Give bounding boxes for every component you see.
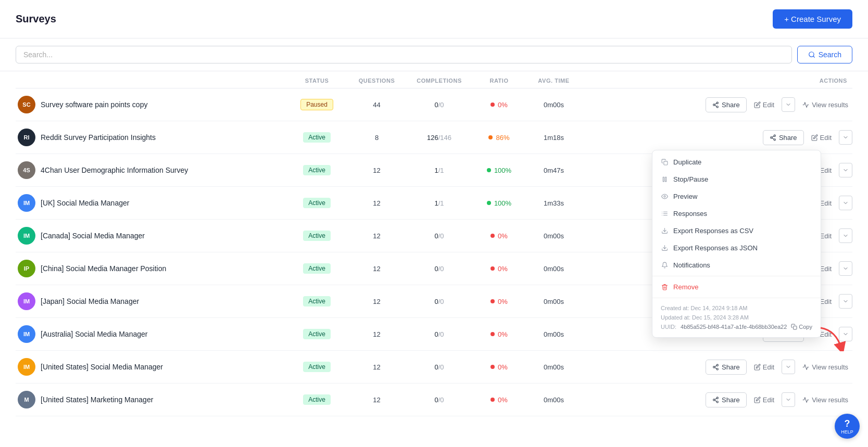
edit-button[interactable]: Edit	[807, 131, 836, 145]
ratio-pct: 86%	[496, 134, 509, 142]
svg-line-5	[715, 105, 717, 106]
search-button[interactable]: Search	[797, 46, 852, 63]
col-questions: QUESTIONS	[348, 78, 406, 84]
survey-name-cell: IM [UK] Social Media Manager	[16, 194, 286, 212]
questions-cell: 12	[348, 330, 406, 338]
ratio-pct: 100%	[494, 167, 511, 174]
export-icon	[661, 227, 668, 234]
questions-cell: 12	[348, 363, 406, 371]
actions-cell: Share Edit View results	[583, 392, 853, 407]
survey-name: 4Chan User Demographic Information Surve…	[41, 166, 188, 174]
edit-button[interactable]: Edit	[750, 360, 778, 374]
ratio-pct: 0%	[498, 232, 508, 240]
copy-button[interactable]: Copy	[791, 324, 812, 330]
status-cell: Active	[286, 362, 348, 372]
dropdown-item-duplicate[interactable]: Duplicate	[652, 154, 821, 171]
share-button[interactable]: Share	[706, 392, 747, 407]
questions-cell: 12	[348, 265, 406, 273]
dropdown-chevron-button[interactable]	[782, 392, 795, 407]
survey-name: [United States] Social Media Manager	[41, 363, 163, 371]
dropdown-item-remove[interactable]: Remove	[652, 278, 821, 296]
dropdown-item-export-responses-as-json[interactable]: Export Responses as JSON	[652, 239, 821, 257]
dropdown-chevron-button[interactable]	[839, 130, 852, 145]
survey-name-cell: IM [Australia] Social Media Manager	[16, 325, 286, 343]
ratio-cell: 100%	[473, 199, 525, 207]
survey-name: [UK] Social Media Manager	[41, 199, 129, 207]
pause-icon	[661, 176, 668, 183]
dropdown-item-preview[interactable]: Preview	[652, 188, 821, 205]
share-button[interactable]: Share	[706, 360, 747, 375]
avgtime-cell: 0m00s	[525, 298, 583, 305]
survey-name-cell: IM [Japan] Social Media Manager	[16, 292, 286, 310]
ratio-dot	[490, 266, 495, 271]
view-results-button[interactable]: View results	[798, 98, 852, 112]
dropdown-chevron-button[interactable]	[839, 294, 852, 309]
status-cell: Active	[286, 165, 348, 175]
completions-cell: 0/0	[406, 363, 473, 371]
completions-cell: 0/0	[406, 396, 473, 404]
view-results-button[interactable]: View results	[798, 393, 852, 407]
header: Surveys + Create Survey	[0, 0, 868, 39]
create-survey-button[interactable]: + Create Survey	[773, 9, 852, 29]
table-row: SC Survey software pain points copy Paus…	[16, 88, 852, 121]
survey-name: Survey software pain points copy	[41, 100, 147, 109]
avgtime-cell: 0m00s	[525, 330, 583, 338]
questions-cell: 12	[348, 232, 406, 240]
avatar: IM	[18, 358, 35, 376]
dropdown-item-export-responses-as-csv[interactable]: Export Responses as CSV	[652, 222, 821, 239]
page-title: Surveys	[16, 13, 56, 25]
ratio-cell: 0%	[473, 232, 525, 240]
help-label: HELP	[841, 429, 853, 435]
ratio-pct: 0%	[498, 330, 508, 338]
avgtime-cell: 1m18s	[525, 134, 583, 142]
view-results-button[interactable]: View results	[798, 360, 852, 374]
help-button[interactable]: ? HELP	[835, 414, 860, 439]
dropdown-chevron-button[interactable]	[839, 261, 852, 276]
col-ratio: RATIO	[473, 78, 525, 84]
dropdown-uuid-row: UUID: 4b85a525-bf48-41a7-a1fe-4b68bb30ea…	[661, 324, 812, 330]
preview-icon	[661, 193, 668, 200]
completions-cell: 0/0	[406, 232, 473, 240]
dropdown-item-notifications[interactable]: Notifications	[652, 257, 821, 274]
dropdown-chevron-button[interactable]	[782, 360, 795, 374]
dropdown-chevron-button[interactable]	[839, 228, 852, 243]
dropdown-chevron-button[interactable]	[839, 196, 852, 210]
edit-button[interactable]: Edit	[750, 98, 778, 112]
status-cell: Active	[286, 296, 348, 306]
ratio-dot	[487, 168, 491, 172]
duplicate-icon	[661, 159, 668, 165]
dropdown-chevron-button[interactable]	[782, 97, 795, 112]
status-cell: Paused	[286, 99, 348, 110]
dropdown-chevron-button[interactable]	[839, 327, 852, 341]
ratio-dot	[490, 234, 495, 238]
edit-button[interactable]: Edit	[750, 393, 778, 407]
col-avgtime: AVG. TIME	[525, 78, 583, 84]
table-row: RI Reddit Survey Participation Insights …	[16, 121, 852, 154]
col-status: STATUS	[286, 78, 348, 84]
share-button[interactable]: Share	[706, 97, 747, 112]
ratio-pct: 0%	[498, 396, 508, 404]
dropdown-item-label: Export Responses as CSV	[673, 227, 753, 235]
avgtime-cell: 0m00s	[525, 396, 583, 404]
survey-name-cell: SC Survey software pain points copy	[16, 96, 286, 113]
status-cell: Active	[286, 263, 348, 274]
svg-line-1	[813, 56, 814, 58]
completions-cell: 0/0	[406, 330, 473, 338]
ratio-dot	[487, 201, 491, 205]
dropdown-chevron-button[interactable]	[839, 163, 852, 177]
completions-cell: 0/0	[406, 101, 473, 109]
share-button[interactable]: Share	[763, 130, 804, 145]
status-badge: Active	[303, 132, 331, 143]
dropdown-item-label: Notifications	[673, 261, 710, 269]
avatar: SC	[18, 96, 35, 113]
search-input[interactable]	[16, 46, 792, 63]
avgtime-cell: 0m00s	[525, 265, 583, 273]
ratio-cell: 0%	[473, 363, 525, 371]
ratio-cell: 86%	[473, 134, 525, 142]
survey-name-cell: RI Reddit Survey Participation Insights	[16, 129, 286, 146]
status-badge: Active	[303, 263, 331, 274]
dropdown-item-responses[interactable]: Responses	[652, 205, 821, 222]
status-cell: Active	[286, 394, 348, 405]
dropdown-item-stop/pause[interactable]: Stop/Pause	[652, 171, 821, 188]
dropdown-item-label: Stop/Pause	[673, 175, 708, 183]
